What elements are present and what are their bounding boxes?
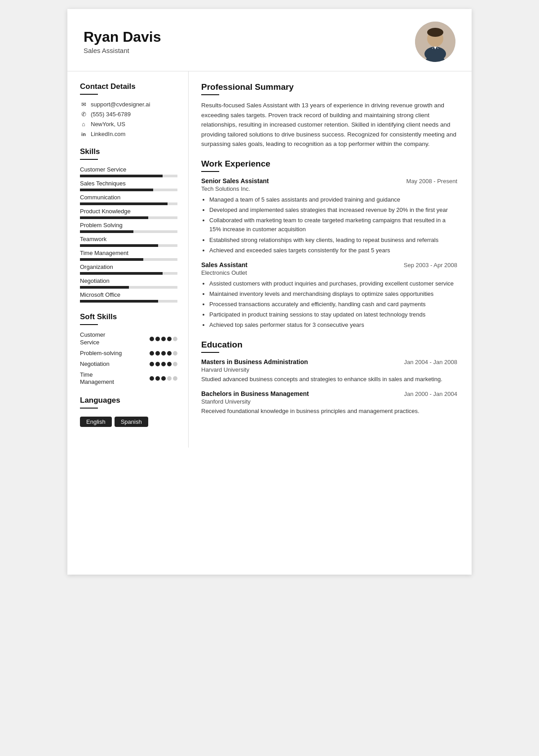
dot: [173, 337, 177, 341]
languages-divider: [80, 408, 98, 409]
dot: [161, 362, 166, 366]
skills-list: Customer ServiceSales TechniquesCommunic…: [80, 166, 177, 303]
skill-label: Negotiation: [80, 277, 177, 284]
dot: [167, 362, 172, 366]
skill-bar: [80, 300, 177, 303]
soft-skills-list: Customer ServiceProblem-solvingNegotiati…: [80, 331, 177, 386]
resume: Ryan Davis Sales Assistant: [67, 9, 472, 575]
summary-title: Professional Summary: [201, 82, 457, 92]
soft-skill-row: Customer Service: [80, 331, 177, 347]
language-tag: English: [80, 417, 112, 427]
job-title: Senior Sales Assistant: [201, 177, 269, 185]
job-bullets: Assisted customers with product inquirie…: [201, 279, 457, 330]
skill-fill: [80, 189, 153, 191]
education-section: Education Masters in Business Administra…: [201, 340, 457, 416]
skill-label: Product Knowledge: [80, 208, 177, 215]
candidate-name: Ryan Davis: [84, 29, 161, 45]
skill-bar: [80, 244, 177, 247]
skill-bar: [80, 258, 177, 261]
dot: [150, 351, 154, 356]
skill-fill: [80, 300, 158, 303]
contact-title: Contact Details: [80, 82, 177, 91]
sidebar: Contact Details ✉ support@cvdesigner.ai …: [67, 71, 189, 448]
job-bullet: Assisted customers with product inquirie…: [209, 279, 457, 288]
skill-bar: [80, 175, 177, 177]
edu-desc: Studied advanced business concepts and s…: [201, 375, 457, 384]
edu-school: Harvard University: [201, 366, 457, 373]
soft-skills-title: Soft Skills: [80, 312, 177, 321]
skill-bar: [80, 216, 177, 219]
skill-label: Problem Solving: [80, 222, 177, 229]
experience-section: Work Experience Senior Sales AssistantMa…: [201, 159, 457, 330]
header: Ryan Davis Sales Assistant: [67, 9, 472, 71]
soft-skill-row: Problem-solving: [80, 350, 177, 357]
location-icon: ⌂: [80, 121, 87, 127]
dot: [161, 351, 166, 356]
skill-label: Communication: [80, 194, 177, 201]
skill-fill: [80, 272, 163, 275]
job-header: Senior Sales AssistantMay 2008 - Present: [201, 177, 457, 185]
job-bullet: Developed and implemented sales strategi…: [209, 206, 457, 215]
dot: [173, 351, 177, 356]
contact-email: ✉ support@cvdesigner.ai: [80, 101, 177, 108]
skill-label: Organization: [80, 264, 177, 270]
dot: [150, 337, 154, 341]
edu-dates: Jan 2004 - Jan 2008: [404, 359, 457, 365]
edu-degree: Masters in Business Administration: [201, 358, 308, 365]
job-company: Tech Solutions Inc.: [201, 185, 457, 192]
soft-skill-label: Problem-solving: [80, 350, 150, 357]
job-bullet: Processed transactions accurately and ef…: [209, 300, 457, 309]
dot: [167, 337, 172, 341]
skill-label: Teamwork: [80, 236, 177, 242]
job-dates: May 2008 - Present: [406, 178, 457, 185]
job-bullet: Participated in product training session…: [209, 310, 457, 319]
edu-header: Bachelors in Business ManagementJan 2000…: [201, 390, 457, 397]
phone-text: (555) 345-6789: [91, 111, 131, 118]
edu-desc: Received foundational knowledge in busin…: [201, 407, 457, 416]
skill-bar: [80, 230, 177, 233]
dot: [173, 362, 177, 366]
job-bullet: Established strong relationships with ke…: [209, 236, 457, 245]
education-list: Masters in Business AdministrationJan 20…: [201, 358, 457, 416]
dot: [155, 362, 160, 366]
soft-skill-row: Time Management: [80, 371, 177, 387]
dot: [161, 337, 166, 341]
edu-school: Stanford University: [201, 398, 457, 405]
contact-section: Contact Details ✉ support@cvdesigner.ai …: [80, 82, 177, 137]
dot: [155, 376, 160, 381]
job-dates: Sep 2003 - Apr 2008: [404, 262, 457, 268]
body: Contact Details ✉ support@cvdesigner.ai …: [67, 71, 472, 448]
skill-bar: [80, 286, 177, 289]
job-header: Sales AssistantSep 2003 - Apr 2008: [201, 261, 457, 268]
dot: [161, 376, 166, 381]
phone-icon: ✆: [80, 111, 87, 118]
job-bullet: Achieved top sales performer status for …: [209, 321, 457, 330]
avatar: [415, 22, 455, 62]
candidate-title: Sales Assistant: [84, 47, 161, 54]
skill-fill: [80, 286, 129, 289]
svg-point-3: [427, 28, 443, 37]
soft-skills-divider: [80, 324, 98, 325]
skill-label: Sales Techniques: [80, 180, 177, 187]
edu-header: Masters in Business AdministrationJan 20…: [201, 358, 457, 365]
summary-divider: [201, 94, 219, 95]
email-text: support@cvdesigner.ai: [91, 101, 150, 108]
contact-location: ⌂ NewYork, US: [80, 121, 177, 127]
soft-skill-dots: [150, 337, 177, 341]
skill-fill: [80, 230, 133, 233]
experience-title: Work Experience: [201, 159, 457, 169]
main-content: Professional Summary Results-focused Sal…: [189, 71, 472, 448]
job-bullet: Collaborated with marketing team to crea…: [209, 216, 457, 234]
job-bullets: Managed a team of 5 sales assistants and…: [201, 195, 457, 255]
education-title: Education: [201, 340, 457, 350]
languages-list: EnglishSpanish: [80, 415, 177, 427]
soft-skill-label: Time Management: [80, 371, 150, 387]
education-divider: [201, 352, 219, 353]
dot: [155, 337, 160, 341]
dot: [150, 376, 154, 381]
location-text: NewYork, US: [91, 121, 125, 127]
skill-fill: [80, 244, 158, 247]
contact-linkedin: in LinkedIn.com: [80, 131, 177, 137]
dot: [150, 362, 154, 366]
job-bullet: Achieved and exceeded sales targets cons…: [209, 246, 457, 255]
